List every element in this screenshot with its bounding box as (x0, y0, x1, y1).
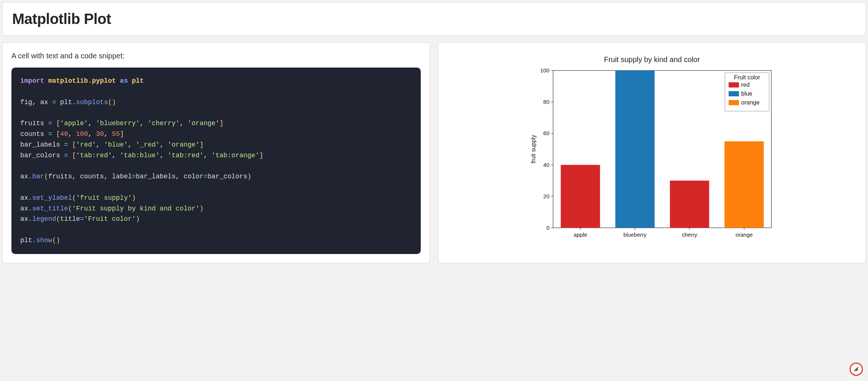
code-str: 'tab:red' (168, 152, 204, 159)
code-fn: subplots (76, 99, 108, 106)
legend-title: Fruit color (734, 74, 760, 80)
y-tick-label: 80 (543, 99, 549, 105)
code-str: 'fruit supply' (76, 194, 132, 202)
code-bracket: [ (72, 141, 76, 148)
code-paren: ( (44, 173, 48, 180)
code-eq: = (80, 215, 84, 223)
code-var: counts (20, 130, 44, 138)
content-row: A cell with text and a code snippet: imp… (2, 42, 866, 263)
code-bracket: ] (219, 120, 223, 127)
resize-icon (853, 366, 860, 373)
code-parens: () (52, 237, 60, 244)
code-str: 'cherry' (148, 120, 180, 127)
code-paren: ( (68, 205, 72, 212)
code-obj: ax (20, 173, 28, 180)
code-paren: ( (56, 215, 60, 223)
x-tick-label: apple (574, 231, 587, 238)
code-kw: label (112, 173, 132, 180)
chart-title: Fruit supply by kind and color (604, 55, 700, 64)
code-keyword-as: as (120, 77, 128, 85)
code-str: 'orange' (188, 120, 219, 127)
code-str: 'orange' (168, 141, 199, 148)
code-num: 30 (96, 130, 104, 138)
code-num: 55 (112, 130, 120, 138)
code-card: A cell with text and a code snippet: imp… (2, 42, 430, 263)
code-keyword-import: import (20, 77, 44, 85)
code-obj: ax (20, 215, 28, 223)
code-var: bar_labels (20, 141, 60, 148)
code-paren: ) (132, 194, 136, 202)
code-str: 'tab:orange' (212, 152, 260, 159)
code-bracket: [ (72, 152, 76, 159)
code-fn: set_ylabel (32, 194, 72, 202)
code-kw: color (184, 173, 204, 180)
code-str: 'blue' (104, 141, 128, 148)
code-paren: ( (72, 194, 76, 202)
bar-chart: 020406080100fruit supplyappleblueberrych… (527, 67, 777, 244)
x-tick-label: blueberry (624, 231, 647, 238)
chart-card: Fruit supply by kind and color 020406080… (438, 42, 866, 263)
code-module: matplotlib.pyplot (48, 77, 116, 85)
code-str: 'apple' (60, 120, 88, 127)
svg-line-1 (856, 369, 858, 371)
x-tick-label: cherry (682, 231, 697, 238)
code-paren: ) (136, 215, 140, 223)
y-axis-label: fruit supply (530, 135, 537, 163)
code-eq: = (64, 152, 68, 159)
code-eq: = (204, 173, 208, 180)
page-title: Matplotlib Plot (12, 11, 856, 27)
y-tick-label: 100 (540, 67, 549, 73)
code-eq: = (64, 141, 68, 148)
y-tick-label: 60 (543, 130, 549, 136)
code-str: 'blueberry' (96, 120, 140, 127)
bar (561, 165, 600, 228)
code-eq: = (48, 120, 52, 127)
legend-swatch (729, 100, 739, 105)
legend-swatch (729, 82, 739, 87)
code-str: 'Fruit color' (84, 215, 136, 223)
intro-text: A cell with text and a code snippet: (11, 52, 421, 60)
legend-label: blue (741, 90, 752, 97)
code-obj: plt (60, 99, 72, 106)
bar (670, 181, 709, 228)
code-dot: . (32, 237, 36, 244)
code-str: 'tab:red' (76, 152, 112, 159)
code-eq: = (48, 130, 52, 138)
resize-handle[interactable] (850, 363, 863, 376)
code-dot: . (28, 205, 32, 212)
code-eq: = (52, 99, 56, 106)
code-bracket: ] (259, 152, 263, 159)
code-fn: show (36, 237, 52, 244)
code-dot: . (72, 99, 76, 106)
code-fn: set_title (32, 205, 68, 212)
y-tick-label: 20 (543, 193, 549, 199)
code-fn: bar (32, 173, 44, 180)
code-var: fruits (20, 120, 44, 127)
code-var: bar_colors (20, 152, 60, 159)
code-kw: title (60, 215, 80, 223)
svg-line-0 (855, 368, 858, 371)
code-num: 100 (76, 130, 88, 138)
code-num: 40 (60, 130, 68, 138)
legend-label: red (741, 82, 750, 88)
code-str: 'Fruit supply by kind and color' (72, 205, 199, 212)
header-card: Matplotlib Plot (2, 2, 866, 36)
code-arg: fruits (48, 173, 72, 180)
code-dot: . (28, 215, 32, 223)
code-str: 'tab:blue' (120, 152, 160, 159)
code-bracket: [ (56, 130, 60, 138)
code-obj: plt (20, 237, 32, 244)
code-fn: legend (32, 215, 56, 223)
code-bracket: [ (56, 120, 60, 127)
code-obj: ax (20, 194, 28, 202)
code-val: bar_labels (136, 173, 176, 180)
code-arg: counts (80, 173, 104, 180)
code-paren: ) (247, 173, 251, 180)
code-str: 'red' (76, 141, 96, 148)
legend-label: orange (741, 99, 760, 106)
code-id: fig, ax (20, 99, 48, 106)
code-alias: plt (132, 77, 144, 85)
y-tick-label: 0 (546, 224, 549, 231)
code-dot: . (28, 194, 32, 202)
code-eq: = (132, 173, 136, 180)
